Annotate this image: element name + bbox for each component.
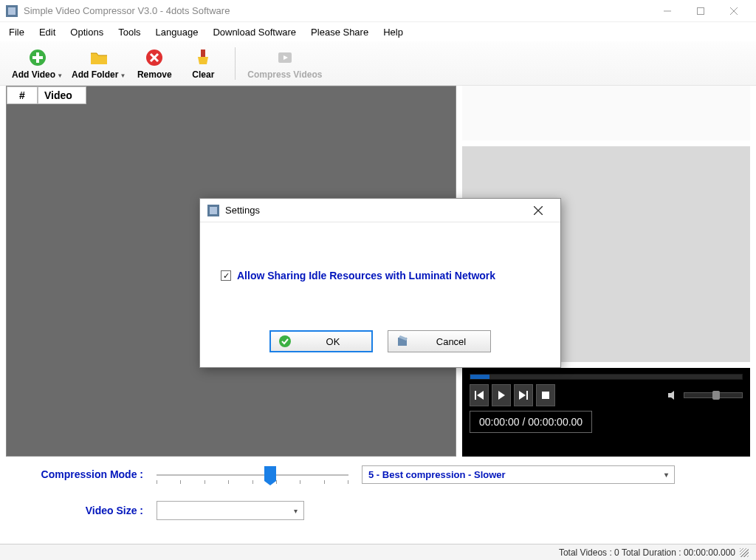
add-video-icon bbox=[27, 47, 48, 68]
clear-icon bbox=[193, 47, 213, 68]
remove-label: Remove bbox=[137, 69, 172, 80]
preview-top-panel bbox=[462, 86, 750, 140]
settings-dialog: Settings ✓ Allow Sharing Idle Resources … bbox=[199, 198, 561, 368]
column-header-number[interactable]: # bbox=[7, 86, 38, 104]
svg-rect-3 bbox=[697, 7, 704, 14]
video-size-label: Video Size : bbox=[25, 505, 143, 516]
compression-slider-thumb[interactable] bbox=[264, 466, 276, 481]
svg-marker-18 bbox=[519, 391, 526, 400]
dialog-buttons: OK Cancel bbox=[200, 298, 560, 367]
compression-mode-combo[interactable]: 5 - Best compression - Slower ▾ bbox=[362, 465, 675, 484]
player-play-button[interactable] bbox=[492, 384, 511, 406]
player-prev-button[interactable] bbox=[470, 384, 489, 406]
dialog-icon bbox=[207, 205, 219, 216]
add-video-label: Add Video bbox=[12, 69, 55, 80]
dropdown-arrow-icon[interactable]: ▼ bbox=[120, 72, 126, 79]
chevron-down-icon: ▾ bbox=[294, 507, 298, 515]
player-controls bbox=[470, 384, 743, 406]
svg-rect-23 bbox=[210, 207, 217, 214]
volume-knob[interactable] bbox=[712, 391, 720, 400]
compression-mode-label: Compression Mode : bbox=[25, 468, 143, 480]
add-video-button[interactable]: Add Video▼ bbox=[7, 46, 67, 81]
svg-marker-21 bbox=[668, 391, 674, 400]
dialog-close-button[interactable] bbox=[523, 200, 553, 221]
ok-button[interactable]: OK bbox=[269, 330, 373, 352]
menu-please-share[interactable]: Please Share bbox=[311, 27, 368, 38]
menu-edit[interactable]: Edit bbox=[39, 27, 55, 38]
bottom-controls: Compression Mode : 5 - Best compression … bbox=[0, 457, 756, 523]
add-folder-icon bbox=[89, 47, 109, 68]
add-folder-label: Add Folder bbox=[72, 69, 118, 80]
menu-download-software[interactable]: Download Software bbox=[213, 27, 296, 38]
compression-slider[interactable] bbox=[157, 464, 348, 485]
dialog-body: ✓ Allow Sharing Idle Resources with Lumi… bbox=[200, 222, 560, 298]
toolbar: Add Video▼ Add Folder▼ Remove Clear Comp… bbox=[0, 41, 756, 86]
close-button[interactable] bbox=[717, 0, 750, 22]
progress-chunk bbox=[470, 375, 489, 379]
cancel-button[interactable]: Cancel bbox=[388, 330, 491, 352]
dialog-title: Settings bbox=[225, 205, 518, 216]
svg-rect-1 bbox=[8, 7, 16, 15]
compression-mode-row: Compression Mode : 5 - Best compression … bbox=[25, 464, 731, 485]
volume-icon[interactable] bbox=[666, 388, 681, 403]
svg-marker-17 bbox=[498, 391, 505, 400]
media-player: 00:00:00 / 00:00:00.00 bbox=[462, 368, 750, 457]
grid-header: # Video bbox=[7, 86, 456, 104]
menu-tools[interactable]: Tools bbox=[118, 27, 140, 38]
toolbar-separator bbox=[235, 47, 236, 80]
volume-slider[interactable] bbox=[684, 392, 743, 398]
ok-icon bbox=[278, 335, 292, 348]
svg-rect-8 bbox=[32, 56, 43, 59]
compression-mode-value: 5 - Best compression - Slower bbox=[368, 469, 506, 480]
svg-marker-16 bbox=[477, 391, 484, 400]
dialog-titlebar: Settings bbox=[200, 199, 560, 222]
window-controls bbox=[650, 0, 750, 22]
statusbar: Total Videos : 0 Total Duration : 00:00:… bbox=[0, 544, 756, 560]
compress-icon bbox=[275, 47, 295, 68]
window-title: Simple Video Compressor V3.0 - 4dots Sof… bbox=[24, 5, 650, 16]
compress-videos-button[interactable]: Compress Videos bbox=[243, 46, 326, 81]
column-header-video[interactable]: Video bbox=[38, 86, 86, 104]
chevron-down-icon: ▾ bbox=[664, 471, 668, 479]
remove-button[interactable]: Remove bbox=[130, 46, 179, 81]
ok-label: OK bbox=[302, 336, 364, 347]
remove-icon bbox=[144, 47, 165, 68]
luminati-checkbox[interactable]: ✓ bbox=[221, 270, 231, 281]
menu-language[interactable]: Language bbox=[156, 27, 199, 38]
compress-label: Compress Videos bbox=[247, 69, 322, 80]
menu-file[interactable]: File bbox=[9, 27, 24, 38]
menu-help[interactable]: Help bbox=[383, 27, 403, 38]
clear-label: Clear bbox=[192, 69, 214, 80]
svg-point-26 bbox=[279, 335, 291, 347]
add-folder-button[interactable]: Add Folder▼ bbox=[67, 46, 130, 81]
titlebar: Simple Video Compressor V3.0 - 4dots Sof… bbox=[0, 0, 756, 22]
menu-options[interactable]: Options bbox=[70, 27, 103, 38]
player-next-button[interactable] bbox=[514, 384, 533, 406]
menubar: File Edit Options Tools Language Downloa… bbox=[0, 22, 756, 41]
app-icon bbox=[6, 5, 18, 17]
svg-rect-15 bbox=[475, 391, 476, 400]
luminati-checkbox-row[interactable]: ✓ Allow Sharing Idle Resources with Lumi… bbox=[221, 270, 540, 281]
resize-grip-icon[interactable] bbox=[740, 548, 749, 557]
svg-rect-20 bbox=[542, 392, 549, 399]
player-stop-button[interactable] bbox=[536, 384, 555, 406]
dropdown-arrow-icon[interactable]: ▼ bbox=[57, 72, 63, 79]
player-time: 00:00:00 / 00:00:00.00 bbox=[470, 411, 592, 433]
svg-rect-19 bbox=[526, 391, 528, 400]
svg-rect-12 bbox=[201, 49, 205, 57]
player-progress[interactable] bbox=[470, 374, 743, 380]
minimize-button[interactable] bbox=[650, 0, 684, 22]
video-size-row: Video Size : ▾ bbox=[25, 501, 731, 520]
clear-button[interactable]: Clear bbox=[179, 46, 227, 81]
statusbar-text: Total Videos : 0 Total Duration : 00:00:… bbox=[559, 547, 735, 558]
maximize-button[interactable] bbox=[684, 0, 717, 22]
cancel-label: Cancel bbox=[419, 336, 483, 347]
cancel-icon bbox=[396, 335, 409, 348]
luminati-checkbox-label: Allow Sharing Idle Resources with Lumina… bbox=[237, 270, 495, 281]
video-size-combo[interactable]: ▾ bbox=[157, 501, 304, 520]
